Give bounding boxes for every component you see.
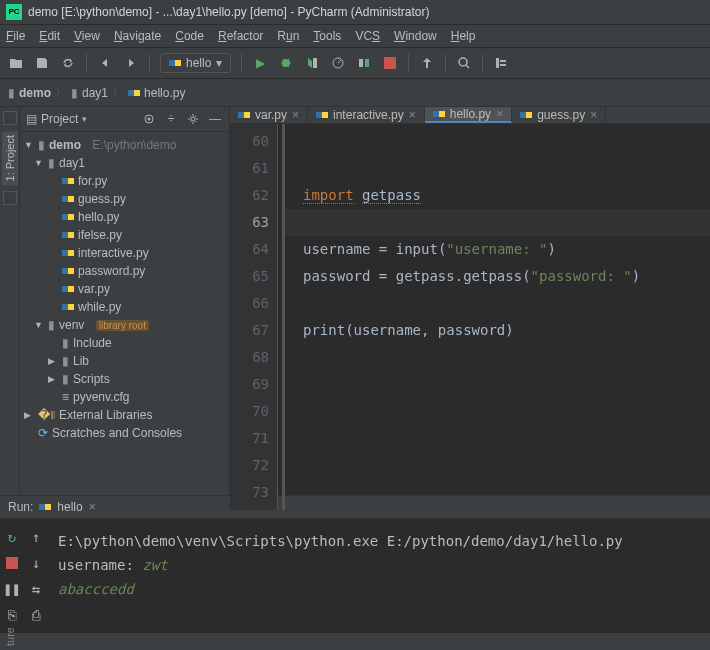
save-all-icon[interactable] xyxy=(34,55,50,71)
svg-rect-38 xyxy=(520,112,526,118)
forward-icon[interactable] xyxy=(123,55,139,71)
python-icon xyxy=(62,247,74,259)
svg-point-15 xyxy=(191,117,195,121)
menu-file[interactable]: File xyxy=(6,29,25,43)
wrap-icon[interactable]: ⇆ xyxy=(28,581,44,597)
close-tab-icon[interactable]: × xyxy=(409,108,416,122)
close-tab-icon[interactable]: × xyxy=(496,107,503,121)
tree-external-libraries[interactable]: ▶ �⫴ External Libraries xyxy=(20,406,229,424)
chevron-down-icon: ▼ xyxy=(24,140,34,150)
run-output[interactable]: E:\python\demo\venv\Scripts\python.exe E… xyxy=(48,525,710,627)
text-file-icon: ≡ xyxy=(62,390,69,404)
tree-file[interactable]: ifelse.py xyxy=(20,226,229,244)
structure-icon[interactable] xyxy=(493,55,509,71)
python-icon xyxy=(62,265,74,277)
search-everywhere-icon[interactable] xyxy=(456,55,472,71)
run-icon[interactable]: ▶ xyxy=(252,55,268,71)
debug-icon[interactable] xyxy=(278,55,294,71)
svg-rect-41 xyxy=(45,504,51,510)
tree-file[interactable]: guess.py xyxy=(20,190,229,208)
svg-rect-26 xyxy=(62,268,68,274)
tree-file[interactable]: var.py xyxy=(20,280,229,298)
side-square-icon[interactable] xyxy=(3,191,17,205)
svg-rect-31 xyxy=(68,304,74,310)
stop-icon[interactable] xyxy=(382,55,398,71)
svg-rect-29 xyxy=(68,286,74,292)
tree-file-pyvenv[interactable]: ≡ pyvenv.cfg xyxy=(20,388,229,406)
close-tab-icon[interactable]: × xyxy=(292,108,299,122)
tree-root[interactable]: ▼ ▮ demo E:\python\demo xyxy=(20,136,229,154)
output-line: username: zwt xyxy=(58,553,700,577)
run-controls-left: ↻ ❚❚ ⎘ xyxy=(0,525,24,627)
svg-rect-18 xyxy=(62,196,68,202)
code-area[interactable]: 6061626364656667686970717273 import getp… xyxy=(230,124,710,510)
rerun-icon[interactable]: ↻ xyxy=(4,529,20,545)
project-tool-tab[interactable]: 1: Project xyxy=(2,131,18,185)
side-square-icon[interactable] xyxy=(3,111,17,125)
menu-help[interactable]: Help xyxy=(451,29,476,43)
tree-scratches[interactable]: ⟳ Scratches and Consoles xyxy=(20,424,229,442)
tree-folder[interactable]: ▮Include xyxy=(20,334,229,352)
editor-tab[interactable]: guess.py× xyxy=(512,107,606,123)
svg-rect-42 xyxy=(6,557,18,569)
breadcrumb: ▮ demo 〉 ▮ day1 〉 hello.py xyxy=(0,79,710,107)
open-icon[interactable] xyxy=(8,55,24,71)
tree-file[interactable]: interactive.py xyxy=(20,244,229,262)
target-icon[interactable] xyxy=(141,111,157,127)
menu-vcs[interactable]: VCS xyxy=(355,29,380,43)
svg-rect-17 xyxy=(68,178,74,184)
stop-icon[interactable] xyxy=(4,555,20,571)
project-view-selector[interactable]: ▤ Project ▾ xyxy=(26,112,87,126)
run-config-name[interactable]: hello xyxy=(57,500,82,514)
menu-navigate[interactable]: Navigate xyxy=(114,29,161,43)
svg-rect-9 xyxy=(500,60,506,62)
down-icon[interactable]: ↓ xyxy=(28,555,44,571)
svg-rect-35 xyxy=(322,112,328,118)
breadcrumb-folder[interactable]: day1 xyxy=(82,86,108,100)
sync-icon[interactable] xyxy=(60,55,76,71)
back-icon[interactable] xyxy=(97,55,113,71)
menu-edit[interactable]: Edit xyxy=(39,29,60,43)
print-icon[interactable]: ⎙ xyxy=(28,607,44,623)
window-title: demo [E:\python\demo] - ...\day1\hello.p… xyxy=(28,5,430,19)
concurrency-icon[interactable] xyxy=(356,55,372,71)
menu-refactor[interactable]: Refactor xyxy=(218,29,263,43)
python-icon xyxy=(128,87,140,99)
up-icon[interactable]: ↑ xyxy=(28,529,44,545)
svg-rect-12 xyxy=(134,90,140,96)
breadcrumb-file[interactable]: hello.py xyxy=(144,86,185,100)
breadcrumb-project[interactable]: demo xyxy=(19,86,51,100)
editor-tab[interactable]: var.py× xyxy=(230,107,308,123)
tree-folder-day1[interactable]: ▼ ▮ day1 xyxy=(20,154,229,172)
menu-view[interactable]: View xyxy=(74,29,100,43)
tree-folder[interactable]: ▶▮Lib xyxy=(20,352,229,370)
menu-tools[interactable]: Tools xyxy=(313,29,341,43)
bottom-side-tab[interactable]: ture xyxy=(0,623,20,650)
vcs-update-icon[interactable] xyxy=(419,55,435,71)
tree-file[interactable]: for.py xyxy=(20,172,229,190)
close-run-tab-icon[interactable]: × xyxy=(89,500,96,514)
hide-icon[interactable]: — xyxy=(207,111,223,127)
run-config-selector[interactable]: hello ▾ xyxy=(160,53,231,73)
collapse-all-icon[interactable]: ÷ xyxy=(163,111,179,127)
svg-rect-23 xyxy=(68,232,74,238)
code-content[interactable]: import getpass username = input("usernam… xyxy=(282,124,710,510)
menu-run[interactable]: Run xyxy=(277,29,299,43)
menu-code[interactable]: Code xyxy=(175,29,204,43)
coverage-icon[interactable] xyxy=(304,55,320,71)
tree-folder[interactable]: ▶▮Scripts xyxy=(20,370,229,388)
tree-file[interactable]: hello.py xyxy=(20,208,229,226)
profile-icon[interactable] xyxy=(330,55,346,71)
gear-icon[interactable] xyxy=(185,111,201,127)
folder-icon: ▮ xyxy=(48,156,55,170)
pause-icon[interactable]: ❚❚ xyxy=(4,581,20,597)
tree-folder-venv[interactable]: ▼ ▮ venv library root xyxy=(20,316,229,334)
close-tab-icon[interactable]: × xyxy=(590,108,597,122)
exit-icon[interactable]: ⎘ xyxy=(4,607,20,623)
python-icon xyxy=(62,229,74,241)
tree-file[interactable]: password.py xyxy=(20,262,229,280)
editor-tab[interactable]: interactive.py× xyxy=(308,107,425,123)
editor-tab[interactable]: hello.py× xyxy=(425,107,512,123)
tree-file[interactable]: while.py xyxy=(20,298,229,316)
menu-window[interactable]: Window xyxy=(394,29,437,43)
